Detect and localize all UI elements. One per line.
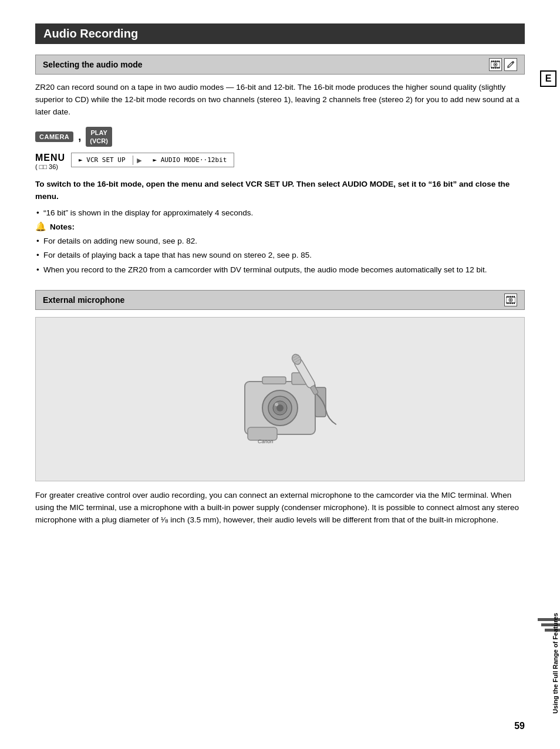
svg-rect-18	[514, 296, 515, 298]
svg-rect-3	[495, 60, 496, 62]
section2-header-icons	[504, 293, 517, 306]
note2: For details of playing back a tape that …	[43, 249, 525, 261]
section2-body: For greater creative control over audio …	[35, 490, 525, 527]
section2-film-icon	[506, 296, 515, 304]
section2-film-icon-box	[504, 293, 517, 306]
bold-instruction: To switch to the 16-bit mode, open the m…	[35, 178, 525, 203]
bullet1: “16 bit” is shown in the display for app…	[43, 207, 525, 219]
menu-row: MENU ( □□ 36) ► VCR SET UP ► ► AUDIO MOD…	[35, 153, 525, 170]
menu-label: MENU	[35, 153, 65, 163]
svg-rect-17	[512, 296, 513, 298]
page-container: Audio Recording Selecting the audio mode	[0, 0, 560, 749]
svg-rect-22	[512, 302, 513, 304]
svg-rect-7	[493, 67, 494, 69]
svg-rect-8	[495, 67, 496, 69]
section1-header: Selecting the audio mode	[35, 55, 525, 75]
section2-header-label: External microphone	[43, 295, 124, 305]
section2-header: External microphone	[35, 290, 525, 310]
film-icon	[491, 60, 500, 69]
svg-rect-16	[510, 296, 511, 298]
note1: For details on adding new sound, see p. …	[43, 235, 525, 247]
svg-rect-9	[497, 67, 498, 69]
comma: ,	[78, 131, 81, 143]
camera-mic-svg: Canon	[215, 335, 345, 464]
svg-rect-33	[262, 377, 286, 384]
svg-rect-5	[498, 60, 500, 62]
svg-rect-15	[508, 296, 510, 298]
menu-label-container: MENU ( □□ 36)	[35, 153, 65, 170]
letter-e: E	[540, 70, 556, 87]
section2-container: External microphone	[35, 290, 525, 527]
pencil-icon	[507, 60, 515, 69]
sidebar-vertical-text: Using the Full Range of Features	[552, 613, 559, 714]
notes-bell-icon: 🔔	[35, 221, 46, 232]
svg-rect-1	[491, 60, 492, 62]
svg-rect-20	[508, 302, 510, 304]
section1-body: ZR20 can record sound on a tape in two a…	[35, 82, 525, 119]
notes-section: 🔔 Notes: For details on adding new sound…	[35, 221, 525, 276]
svg-rect-4	[497, 60, 498, 62]
svg-rect-14	[507, 296, 508, 298]
svg-text:Canon: Canon	[258, 438, 274, 444]
vcr-label: (VCR)	[90, 137, 108, 145]
main-title: Audio Recording	[35, 23, 525, 44]
button-row: CAMERA , PLAY (VCR)	[35, 127, 525, 147]
play-vcr-button: PLAY (VCR)	[86, 127, 112, 147]
note3: When you record to the ZR20 from a camco…	[43, 264, 525, 276]
svg-point-25	[510, 299, 512, 301]
svg-rect-10	[498, 67, 500, 69]
page-number: 59	[514, 721, 525, 731]
section1-header-label: Selecting the audio mode	[43, 60, 143, 69]
svg-rect-19	[507, 302, 508, 304]
pencil-icon-box	[504, 58, 517, 71]
svg-point-31	[275, 403, 278, 406]
camera-button: CAMERA	[35, 131, 73, 142]
camera-icon-box	[489, 58, 502, 71]
notes-header: 🔔 Notes:	[35, 221, 525, 232]
svg-rect-2	[493, 60, 494, 62]
menu-flow-item1: ► VCR SET UP	[72, 153, 132, 167]
right-sidebar: E Using the Full Range of Features	[537, 0, 560, 749]
svg-rect-21	[510, 302, 511, 304]
svg-rect-6	[491, 67, 492, 69]
menu-flow-item2: ► AUDIO MODE··12bit	[146, 153, 234, 167]
svg-point-12	[495, 64, 497, 66]
menu-ref: ( □□ 36)	[35, 163, 65, 170]
menu-flow-arrow: ►	[133, 156, 146, 165]
notes-label: Notes:	[50, 222, 75, 231]
menu-flow: ► VCR SET UP ► ► AUDIO MODE··12bit	[71, 153, 234, 167]
play-label: PLAY	[90, 129, 108, 137]
section1-header-icons	[489, 58, 517, 71]
camera-microphone-image: Canon	[35, 317, 525, 481]
svg-rect-23	[514, 302, 515, 304]
